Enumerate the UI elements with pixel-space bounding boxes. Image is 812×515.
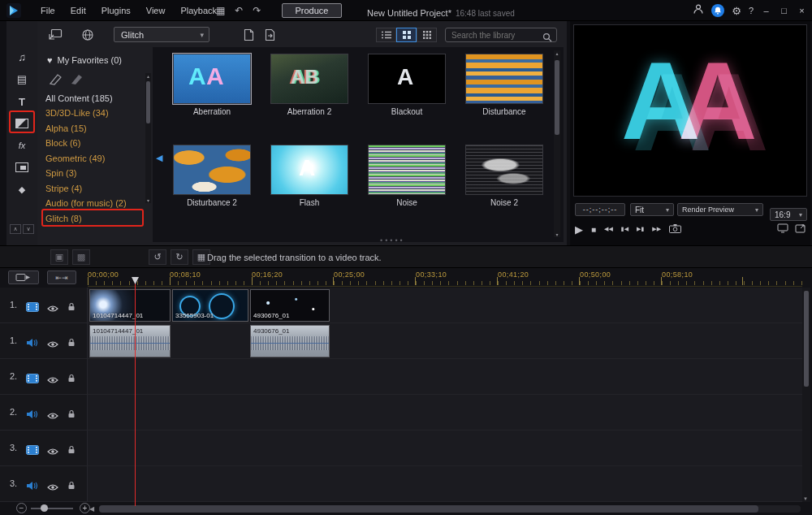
volume-line[interactable]: [251, 343, 329, 344]
search-input[interactable]: [451, 29, 539, 41]
category-glitch[interactable]: Glitch (8): [45, 211, 82, 226]
playhead-line[interactable]: [135, 277, 136, 506]
modify-transition-icon[interactable]: ▩: [72, 249, 90, 265]
produce-button[interactable]: Produce: [282, 3, 342, 18]
scroll-up-icon[interactable]: ▴: [554, 50, 560, 56]
fit-timeline-button[interactable]: ⇤⇥: [47, 270, 76, 284]
effect-room-icon[interactable]: fx: [12, 136, 32, 155]
transition-thumb-flash[interactable]: A: [270, 145, 348, 195]
volume-line[interactable]: [90, 343, 170, 344]
menu-playback[interactable]: Playback: [180, 6, 217, 15]
range-select-button[interactable]: [8, 270, 39, 284]
track-lock-icon[interactable]: [67, 372, 76, 387]
track-visibility-eye-icon[interactable]: [47, 373, 58, 387]
notification-bell-icon[interactable]: [711, 4, 724, 17]
undo-small-icon[interactable]: ↺: [149, 249, 166, 265]
favorites-row[interactable]: ♥ My Favorites (0): [47, 55, 122, 65]
video-clip-2[interactable]: 33565903-01: [172, 289, 248, 322]
track-visibility-eye-icon[interactable]: [47, 301, 58, 316]
track-lock-icon[interactable]: [67, 479, 76, 494]
account-icon[interactable]: [693, 3, 704, 18]
transition-thumb-noise2[interactable]: [465, 145, 543, 195]
import-media-icon[interactable]: [45, 27, 65, 42]
timeline-vertical-scrollbar[interactable]: ▼: [802, 288, 810, 502]
track-visibility-eye-icon[interactable]: [47, 409, 58, 423]
transition-thumb-disturbance2[interactable]: [173, 145, 251, 195]
redo-small-icon[interactable]: ↻: [171, 249, 188, 265]
snapshot-camera-icon[interactable]: [669, 222, 681, 236]
menu-file[interactable]: File: [41, 6, 55, 15]
track-lock-icon[interactable]: [67, 336, 76, 351]
particle-room-icon[interactable]: ◆: [12, 180, 32, 199]
preview-timecode[interactable]: --;--;--;--: [575, 203, 625, 216]
rewind-icon[interactable]: ◀◀: [604, 226, 613, 232]
scroll-down-icon[interactable]: ▼: [803, 496, 808, 501]
minimize-icon[interactable]: –: [761, 6, 771, 15]
close-icon[interactable]: ×: [797, 6, 807, 15]
scrollbar-track[interactable]: [99, 505, 801, 513]
track-lock-icon[interactable]: [67, 408, 76, 422]
collapse-sidebar-icon[interactable]: ◀: [156, 153, 162, 163]
scrollbar-thumb[interactable]: [146, 81, 150, 123]
category-audio[interactable]: Audio (for music) (2): [45, 196, 127, 210]
grid-view-icon[interactable]: [396, 28, 417, 42]
dual-preview-icon[interactable]: [777, 222, 788, 236]
transition-room-icon[interactable]: [12, 114, 32, 133]
transition-thumb-aberration[interactable]: A A: [173, 54, 251, 104]
scrollbar-thumb[interactable]: [555, 60, 559, 135]
category-spin[interactable]: Spin (3): [45, 166, 77, 180]
audio-clip-1[interactable]: 10104714447_01: [89, 325, 171, 357]
overlay-room-icon[interactable]: [12, 158, 32, 177]
search-icon[interactable]: [542, 31, 552, 45]
settings-gear-icon[interactable]: ⚙: [732, 5, 741, 17]
undo-icon[interactable]: ↶: [235, 5, 243, 16]
title-room-icon[interactable]: T: [12, 92, 32, 111]
layout-icon[interactable]: ▦: [216, 5, 225, 16]
audio-clip-2[interactable]: 4930676_01: [250, 325, 330, 357]
toolbar-collapse-down-icon[interactable]: ∨: [23, 224, 34, 234]
zoom-slider-knob[interactable]: [41, 504, 48, 512]
tag-icon-2[interactable]: [70, 73, 84, 89]
zoom-in-icon[interactable]: +: [80, 503, 90, 513]
fast-forward-icon[interactable]: ▶▶: [652, 226, 661, 232]
category-geometric[interactable]: Geometric (49): [45, 151, 105, 166]
zoom-slider-track[interactable]: [31, 508, 73, 509]
category-3d-like[interactable]: 3D/3D-Like (34): [45, 106, 109, 120]
fullscreen-icon[interactable]: [795, 222, 806, 236]
media-room-icon[interactable]: ♫: [12, 47, 32, 67]
next-frame-icon[interactable]: ▶▮: [637, 226, 644, 232]
timeline-clips-area[interactable]: 10104714447_01 33565903-01 4930676_01 10…: [88, 288, 802, 502]
menu-view[interactable]: View: [146, 6, 166, 15]
scroll-up-icon[interactable]: ▴: [145, 73, 151, 79]
stop-icon[interactable]: ■: [591, 225, 596, 234]
category-block[interactable]: Block (6): [45, 136, 80, 150]
tag-icon[interactable]: [49, 73, 63, 89]
list-view-icon[interactable]: [376, 28, 396, 42]
download-content-icon[interactable]: [78, 27, 97, 42]
track-visibility-eye-icon[interactable]: [47, 480, 58, 495]
track-lock-icon[interactable]: [67, 301, 76, 315]
new-page-icon[interactable]: [239, 27, 258, 42]
grid-scrollbar[interactable]: ▴ ▾: [554, 50, 560, 237]
templates-room-icon[interactable]: ▤: [12, 69, 32, 89]
zoom-out-icon[interactable]: −: [16, 503, 27, 513]
panel-resize-handle[interactable]: •••••: [380, 236, 405, 245]
track-visibility-eye-icon[interactable]: [47, 337, 58, 352]
scrollbar-thumb[interactable]: [804, 291, 809, 387]
video-clip-3[interactable]: 4930676_01: [250, 289, 330, 322]
aspect-ratio-dropdown[interactable]: 16:9 ▾: [770, 208, 807, 221]
small-grid-view-icon[interactable]: [417, 28, 437, 42]
category-stripe[interactable]: Stripe (4): [45, 181, 82, 196]
redo-icon[interactable]: ↷: [253, 5, 261, 16]
page-arrow-icon[interactable]: [260, 27, 279, 42]
video-clip-1[interactable]: 10104714447_01: [89, 289, 171, 322]
menu-edit[interactable]: Edit: [71, 6, 86, 15]
track-lock-icon[interactable]: [67, 444, 76, 458]
category-scrollbar[interactable]: ▴ ▾: [145, 73, 151, 203]
maximize-icon[interactable]: □: [779, 6, 789, 15]
scrollbar-thumb[interactable]: [99, 505, 758, 513]
timeline-horizontal-scrollbar[interactable]: ◀: [88, 504, 802, 514]
transition-thumb-disturbance[interactable]: [465, 54, 543, 104]
apply-transition-icon[interactable]: ▣: [50, 249, 68, 265]
timeline-ruler[interactable]: 00;00;00 00;08;10 00;16;20 00;25;00 00;3…: [88, 268, 802, 287]
